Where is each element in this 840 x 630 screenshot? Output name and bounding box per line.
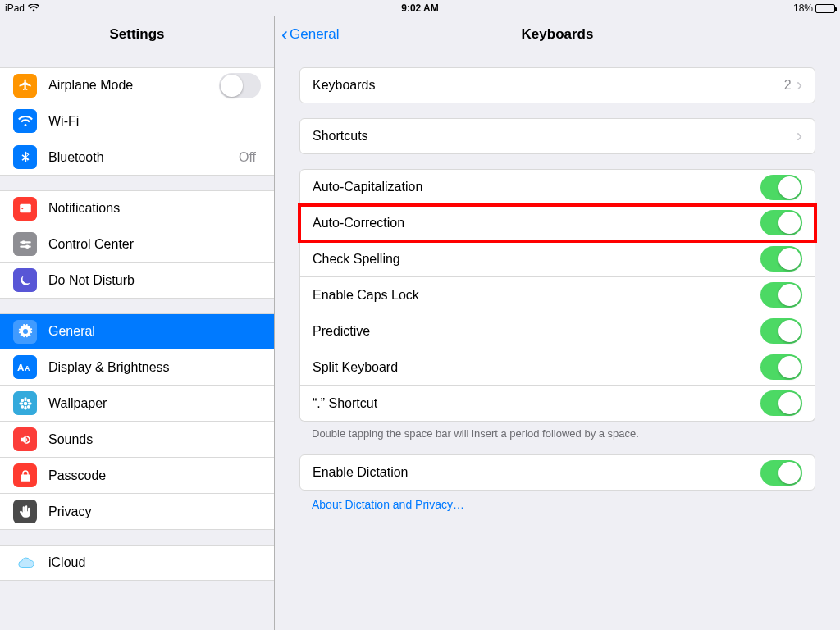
sidebar-item-bluetooth[interactable]: BluetoothOff <box>0 139 274 176</box>
sidebar-item-passcode[interactable]: Passcode <box>0 458 274 494</box>
sidebar-item-label: Do Not Disturb <box>48 273 261 288</box>
wifi-icon <box>13 109 37 133</box>
sidebar-item-label: Control Center <box>48 237 261 252</box>
dictation-toggle[interactable] <box>760 460 802 486</box>
autocorr-toggle[interactable] <box>760 210 802 235</box>
sidebar-item-wifi[interactable]: Wi-Fi <box>0 103 274 139</box>
detail-header: ‹ General Keyboards <box>275 16 840 52</box>
back-button[interactable]: ‹ General <box>281 25 339 44</box>
sidebar-item-general[interactable]: General <box>0 313 274 349</box>
clock: 9:02 AM <box>401 2 439 14</box>
speaker-icon <box>13 427 37 451</box>
sidebar-item-label: Display & Brightness <box>48 360 261 375</box>
svg-point-9 <box>24 397 26 401</box>
status-bar: iPad 9:02 AM 18% <box>0 0 840 16</box>
sidebar-item-airplane[interactable]: Airplane Mode <box>0 67 274 103</box>
sidebar-title: Settings <box>109 26 164 43</box>
sidebar-item-dnd[interactable]: Do Not Disturb <box>0 262 274 299</box>
row-autocorr[interactable]: Auto-Correction <box>299 205 815 241</box>
row-label: Auto-Capitalization <box>313 180 760 194</box>
sidebar-item-label: Wallpaper <box>48 396 261 411</box>
back-label: General <box>290 26 339 43</box>
group-footer: Double tapping the space bar will insert… <box>299 422 815 440</box>
airplane-toggle[interactable] <box>219 73 261 98</box>
chevron-left-icon: ‹ <box>281 25 288 44</box>
battery-icon <box>815 4 835 13</box>
wifi-icon <box>28 4 39 12</box>
sidebar-item-wallpaper[interactable]: Wallpaper <box>0 386 274 422</box>
moon-icon <box>13 268 37 292</box>
svg-point-8 <box>23 401 27 405</box>
settings-sidebar: Settings Airplane ModeWi-FiBluetoothOffN… <box>0 16 275 630</box>
period-toggle[interactable] <box>760 390 802 416</box>
sidebar-item-label: Privacy <box>48 504 261 519</box>
sidebar-item-label: General <box>48 324 261 339</box>
sidebar-item-notifications[interactable]: Notifications <box>0 190 274 226</box>
sidebar-item-label: Passcode <box>48 468 261 483</box>
sidebar-item-label: iCloud <box>48 555 261 570</box>
sidebar-item-sounds[interactable]: Sounds <box>0 422 274 458</box>
svg-point-12 <box>27 402 31 404</box>
row-period[interactable]: “.” Shortcut <box>299 386 815 422</box>
row-predict[interactable]: Predictive <box>299 313 815 349</box>
notif-icon <box>13 197 37 221</box>
sidebar-item-label: Wi-Fi <box>48 114 261 129</box>
capslock-toggle[interactable] <box>760 282 802 308</box>
hand-icon <box>13 500 37 523</box>
dictation-privacy-link[interactable]: About Dictation and Privacy… <box>299 491 815 511</box>
row-label: Shortcuts <box>313 129 797 144</box>
row-split[interactable]: Split Keyboard <box>299 349 815 386</box>
sidebar-item-display[interactable]: AADisplay & Brightness <box>0 349 274 386</box>
row-spell[interactable]: Check Spelling <box>299 241 815 277</box>
split-toggle[interactable] <box>760 354 802 380</box>
lock-icon <box>13 463 37 487</box>
predict-toggle[interactable] <box>760 318 802 344</box>
device-label: iPad <box>5 2 25 14</box>
svg-point-11 <box>19 402 23 404</box>
sidebar-item-label: Notifications <box>48 201 261 216</box>
autocap-toggle[interactable] <box>760 175 802 200</box>
bluetooth-icon <box>13 145 37 169</box>
sidebar-header: Settings <box>0 16 274 52</box>
row-label: Keyboards <box>313 78 784 93</box>
airplane-icon <box>13 74 37 98</box>
flower-icon <box>13 391 37 415</box>
detail-title: Keyboards <box>522 26 594 43</box>
svg-point-4 <box>21 240 25 244</box>
row-label: Split Keyboard <box>313 360 760 375</box>
sidebar-item-icloud[interactable]: iCloud <box>0 545 274 581</box>
gear-icon <box>13 320 37 344</box>
sidebar-item-trail: Off <box>239 150 256 165</box>
sidebar-item-privacy[interactable]: Privacy <box>0 494 274 530</box>
row-keyboards[interactable]: Keyboards2› <box>299 67 815 103</box>
chevron-right-icon: › <box>797 75 802 96</box>
row-label: Check Spelling <box>313 252 760 267</box>
sidebar-item-label: Sounds <box>48 432 261 447</box>
row-label: Predictive <box>313 324 760 339</box>
cloud-icon <box>13 551 37 575</box>
sidebar-item-label: Bluetooth <box>48 150 239 165</box>
svg-point-16 <box>26 404 30 408</box>
spell-toggle[interactable] <box>760 246 802 272</box>
row-capslock[interactable]: Enable Caps Lock <box>299 277 815 313</box>
battery-indicator: 18% <box>793 2 835 14</box>
row-label: “.” Shortcut <box>313 396 760 411</box>
svg-point-5 <box>25 244 30 249</box>
row-trail: 2 <box>784 78 792 93</box>
row-label: Enable Caps Lock <box>313 288 760 303</box>
svg-text:A: A <box>17 362 25 372</box>
sidebar-item-controlcenter[interactable]: Control Center <box>0 226 274 262</box>
row-label: Enable Dictation <box>313 465 760 480</box>
svg-point-1 <box>21 208 23 209</box>
row-shortcuts[interactable]: Shortcuts› <box>299 118 815 154</box>
svg-point-10 <box>24 405 26 409</box>
aa-icon: AA <box>13 355 37 379</box>
svg-point-15 <box>21 404 24 408</box>
battery-pct: 18% <box>793 2 813 14</box>
row-autocap[interactable]: Auto-Capitalization <box>299 169 815 205</box>
chevron-right-icon: › <box>797 126 802 147</box>
svg-point-13 <box>21 399 24 402</box>
detail-pane: ‹ General Keyboards Keyboards2›Shortcuts… <box>275 16 840 630</box>
sidebar-item-label: Airplane Mode <box>48 78 219 93</box>
row-dictation[interactable]: Enable Dictation <box>299 454 815 491</box>
